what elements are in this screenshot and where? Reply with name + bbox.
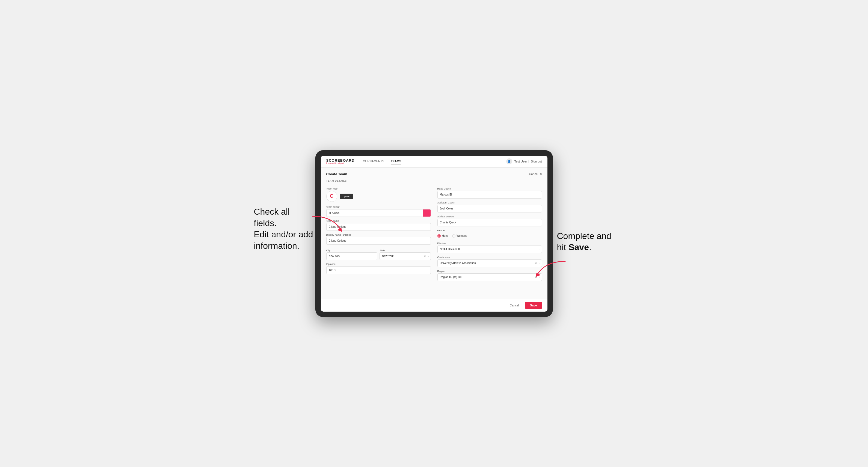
- head-coach-input[interactable]: [437, 191, 542, 198]
- mens-radio-dot: [437, 234, 441, 238]
- state-clear-icon[interactable]: ✕: [424, 255, 426, 257]
- navbar-left: SCOREBOARD Powered by clippd TOURNAMENTS…: [326, 158, 401, 164]
- division-group: Division ⌄: [437, 242, 542, 253]
- nav-teams[interactable]: TEAMS: [391, 158, 401, 164]
- tablet-device: SCOREBOARD Powered by clippd TOURNAMENTS…: [315, 150, 553, 317]
- navbar-right: 👤 Test User | Sign out: [506, 158, 542, 164]
- annotation-right: Complete and hit Save.: [557, 230, 614, 253]
- region-label: Region: [437, 270, 542, 273]
- conference-group: Conference ✕ ⌄: [437, 256, 542, 267]
- division-input[interactable]: [437, 246, 542, 253]
- logo-upload-area: C Upload: [326, 191, 431, 202]
- arrow-left-icon: [310, 214, 345, 233]
- user-label: Test User |: [515, 160, 529, 163]
- upload-button[interactable]: Upload: [340, 194, 353, 199]
- division-select-wrap: ⌄: [437, 246, 542, 253]
- assistant-coach-label: Assistant Coach: [437, 201, 542, 204]
- form-right-column: Head Coach Assistant Coach Athletic Dire…: [437, 187, 542, 281]
- page-header: Create Team Cancel ✕: [326, 172, 542, 176]
- division-label: Division: [437, 242, 542, 245]
- athletic-director-label: Athletic Director: [437, 215, 542, 218]
- team-colour-label: Team colour: [326, 206, 431, 208]
- nav-tournaments[interactable]: TOURNAMENTS: [361, 158, 384, 164]
- footer-save-button[interactable]: Save: [525, 302, 542, 309]
- womens-radio-dot: [452, 234, 456, 238]
- arrow-right-icon: [532, 259, 568, 278]
- womens-label: Womens: [457, 234, 467, 237]
- state-input[interactable]: [379, 252, 431, 260]
- gender-label: Gender: [437, 229, 542, 232]
- head-coach-group: Head Coach: [437, 187, 542, 198]
- zip-label: Zip code: [326, 263, 431, 266]
- gender-womens-radio[interactable]: Womens: [452, 234, 467, 238]
- athletic-director-input[interactable]: [437, 219, 542, 226]
- conference-select-wrap: ✕ ⌄: [437, 259, 542, 267]
- annotation-left: Check all fields. Edit and/or add inform…: [254, 206, 314, 251]
- zip-input[interactable]: [326, 266, 431, 274]
- display-name-label: Display name (unique): [326, 234, 431, 236]
- logo-text: SCOREBOARD: [326, 159, 355, 162]
- user-avatar: 👤: [506, 158, 512, 164]
- main-content: Create Team Cancel ✕ TEAM DETAILS Team l…: [321, 168, 548, 299]
- display-name-group: Display name (unique): [326, 234, 431, 245]
- assistant-coach-input[interactable]: [437, 205, 542, 213]
- form-footer: Cancel Save: [321, 299, 548, 312]
- close-icon: ✕: [539, 172, 542, 176]
- head-coach-label: Head Coach: [437, 187, 542, 190]
- display-name-input[interactable]: [326, 237, 431, 245]
- tablet-screen: SCOREBOARD Powered by clippd TOURNAMENTS…: [321, 156, 548, 312]
- athletic-director-group: Athletic Director: [437, 215, 542, 226]
- team-logo-group: Team logo C Upload: [326, 187, 431, 203]
- conference-label: Conference: [437, 256, 542, 259]
- navbar: SCOREBOARD Powered by clippd TOURNAMENTS…: [321, 156, 548, 168]
- footer-cancel-button[interactable]: Cancel: [506, 302, 522, 309]
- colour-swatch[interactable]: [423, 209, 431, 217]
- team-logo-label: Team logo: [326, 187, 431, 190]
- gender-group: Gender Mens Womens: [437, 229, 542, 239]
- region-select-wrap: ✕ ⌄: [437, 273, 542, 281]
- conference-input[interactable]: [437, 259, 542, 267]
- city-state-group: City State ✕ ⌄: [326, 247, 431, 260]
- gender-mens-radio[interactable]: Mens: [437, 234, 448, 238]
- zip-group: Zip code: [326, 263, 431, 274]
- division-chevron-icon: ⌄: [538, 248, 540, 250]
- region-input[interactable]: [437, 273, 542, 281]
- state-label: State: [379, 249, 385, 252]
- form-cancel-top[interactable]: Cancel ✕: [529, 172, 542, 176]
- team-logo-circle: C: [326, 191, 337, 202]
- region-group: Region ✕ ⌄: [437, 270, 542, 281]
- form-left-column: Team logo C Upload Team colour: [326, 187, 431, 281]
- signout-link[interactable]: Sign out: [531, 160, 542, 163]
- city-state-row: City State ✕ ⌄: [326, 247, 431, 260]
- state-input-wrap: ✕ ⌄: [379, 252, 431, 260]
- city-input[interactable]: [326, 252, 378, 260]
- app-logo: SCOREBOARD Powered by clippd: [326, 159, 355, 164]
- state-chevron-icon: ⌄: [427, 255, 429, 257]
- page-title: Create Team: [326, 172, 347, 176]
- section-title: TEAM DETAILS: [326, 180, 542, 184]
- gender-radio-group: Mens Womens: [437, 233, 542, 239]
- assistant-coach-group: Assistant Coach: [437, 201, 542, 213]
- mens-label: Mens: [442, 234, 448, 237]
- city-group: City: [326, 247, 378, 260]
- state-group: State ✕ ⌄: [379, 247, 431, 260]
- city-label: City: [326, 249, 331, 252]
- logo-sub: Powered by clippd: [326, 162, 355, 164]
- form-grid: Team logo C Upload Team colour: [326, 187, 542, 281]
